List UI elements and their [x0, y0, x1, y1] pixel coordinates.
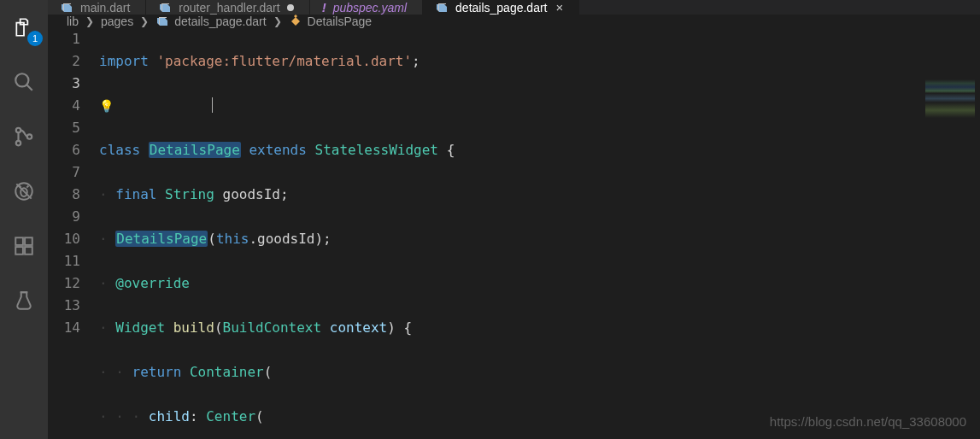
watermark: https://blog.csdn.net/qq_33608000: [770, 414, 966, 429]
editor[interactable]: 1234 5678 9101112 1314 import 'package:f…: [48, 28, 980, 439]
svg-point-0: [15, 73, 28, 86]
dart-file-icon: [158, 1, 172, 15]
tab-label: router_handler.dart: [179, 1, 279, 15]
svg-point-3: [16, 141, 21, 145]
svg-point-2: [16, 128, 21, 132]
lightbulb-icon[interactable]: 💡: [99, 95, 114, 117]
code-line[interactable]: class DetailsPage extends StatelessWidge…: [99, 139, 980, 161]
dart-file-icon: [156, 15, 169, 28]
tab-label: main.dart: [80, 1, 130, 15]
activity-source-control[interactable]: [7, 120, 41, 154]
yaml-file-icon: !: [322, 0, 326, 15]
code-line[interactable]: import 'package:flutter/material.dart';: [99, 50, 980, 73]
tab-details-page-dart[interactable]: details_page.dart ×: [423, 0, 579, 15]
activity-bar: 1: [0, 0, 48, 439]
dart-file-icon: [435, 1, 449, 15]
main-area: main.dart router_handler.dart ! pubspec.…: [48, 0, 980, 439]
chevron-right-icon: ❯: [85, 15, 94, 27]
minimap[interactable]: [925, 79, 975, 156]
breadcrumb-pages[interactable]: pages: [101, 15, 133, 28]
activity-explorer[interactable]: 1: [7, 10, 41, 44]
dirty-indicator-icon: [287, 4, 294, 11]
code-line[interactable]: 💡: [99, 95, 980, 117]
explorer-badge: 1: [27, 31, 43, 46]
svg-rect-13: [25, 237, 32, 245]
chevron-right-icon: ❯: [140, 15, 149, 27]
tab-label: pubspec.yaml: [333, 1, 407, 15]
activity-extensions[interactable]: [7, 229, 41, 263]
tab-router-handler-dart[interactable]: router_handler.dart: [146, 0, 309, 15]
chevron-right-icon: ❯: [273, 15, 282, 27]
svg-point-4: [27, 134, 32, 138]
breadcrumb-file[interactable]: details_page.dart: [156, 15, 266, 28]
activity-debug[interactable]: [7, 174, 41, 208]
class-symbol-icon: [289, 15, 302, 28]
code-line[interactable]: · · return Container(: [99, 361, 980, 383]
tab-pubspec-yaml[interactable]: ! pubspec.yaml: [310, 0, 423, 15]
tab-bar: main.dart router_handler.dart ! pubspec.…: [48, 0, 980, 15]
breadcrumb-symbol[interactable]: DetailsPage: [289, 15, 373, 28]
tab-label: details_page.dart: [455, 1, 547, 15]
breadcrumb: lib ❯ pages ❯ details_page.dart ❯ Detail…: [48, 15, 980, 28]
svg-rect-12: [25, 247, 32, 255]
activity-search[interactable]: [7, 65, 41, 99]
code-area[interactable]: import 'package:flutter/material.dart'; …: [99, 28, 980, 439]
breadcrumb-lib[interactable]: lib: [67, 15, 79, 28]
svg-line-1: [26, 85, 32, 91]
code-line[interactable]: · @override: [99, 272, 980, 295]
code-line[interactable]: · final String goodsId;: [99, 184, 980, 206]
svg-line-8: [26, 186, 28, 188]
text-cursor: [212, 97, 213, 113]
close-icon[interactable]: ×: [555, 0, 563, 15]
activity-test[interactable]: [7, 284, 41, 318]
tab-main-dart[interactable]: main.dart: [48, 0, 146, 15]
code-line[interactable]: · DetailsPage(this.goodsId);: [99, 228, 980, 250]
svg-rect-11: [15, 247, 23, 255]
svg-rect-10: [15, 237, 23, 245]
code-line[interactable]: · Widget build(BuildContext context) {: [99, 317, 980, 339]
line-gutter: 1234 5678 9101112 1314: [48, 28, 99, 439]
dart-file-icon: [60, 1, 73, 15]
